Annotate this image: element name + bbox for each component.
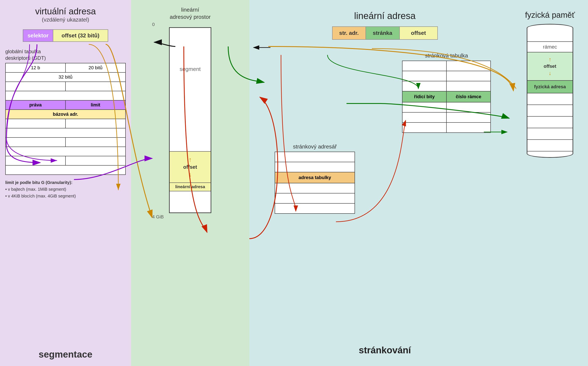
offset-box-right: offset: [400, 26, 438, 40]
strankovani-main: lineární adresa str. adr. stránka offset…: [254, 6, 516, 360]
offset-arrow-up: ↑: [189, 156, 192, 163]
linearni-adresa-label: lineární adresa: [175, 184, 205, 189]
offset-zone: ↑ offset ↓: [170, 151, 211, 183]
selektor-box: selektor: [23, 29, 53, 42]
str-adr-box: str. adr.: [332, 26, 366, 40]
gdt-table: 12 b 20 bitů 32 bitů práva limit bázov: [5, 63, 126, 175]
st-row-5: [402, 112, 491, 122]
strankovy-adresar-label: stránkový adresář: [275, 143, 355, 150]
panel-right: lineární adresa str. adr. stránka offset…: [249, 0, 588, 366]
st-row-1: [402, 61, 491, 71]
gdt-row-4: [6, 91, 125, 100]
fp-top-curve: [527, 24, 573, 30]
offset-arrow-down: ↓: [189, 171, 192, 178]
virtual-addr-row: selektor offset (32 bitů): [5, 29, 126, 42]
strankova-tabulka: stránková tabulka řídicí: [402, 52, 491, 133]
fyzicka-pamet-title: fyzická paměť: [525, 11, 575, 20]
fp-bottom-curve: [527, 152, 573, 158]
panel-fyzicka-pamet: fyzická paměť rámec ↑ offset ↓: [516, 6, 584, 360]
panel-middle: lineární adresový prostor 0 segment ↑ of…: [131, 0, 249, 366]
panel-segmentace: virtuální adresa (vzdálený ukazatel) sel…: [0, 0, 131, 366]
linear-space-box: segment ↑ offset ↓ lineární adresa: [169, 27, 211, 213]
linear-addr-bar: str. adr. stránka offset: [332, 26, 438, 40]
linearni-adresa-title: lineární adresa: [354, 11, 416, 21]
offset-box: offset (32 bitů): [53, 29, 108, 42]
sa-row-highlighted: adresa tabulky: [275, 172, 355, 183]
sa-row-4: [275, 193, 355, 203]
fp-fyzicka-adresa-zone: fyzická adresa: [527, 81, 573, 93]
fyzicka-pamet-box: rámec ↑ offset ↓ fyzická adresa: [527, 24, 573, 158]
fp-row-4: [527, 128, 573, 140]
sa-row-2: [275, 162, 355, 172]
fp-row-0: [527, 30, 573, 42]
gdt-label: globální tabulka deskriptorů (GDT): [5, 48, 126, 61]
notes: limit je podle bitu G (Granularity): • v…: [5, 179, 126, 199]
gdt-row-2: 32 bitů: [6, 72, 125, 82]
st-row-3: [402, 81, 491, 91]
gdt-row-1: 12 b 20 bitů: [6, 63, 125, 72]
strankovy-adresar: stránkový adresář adresa tabulky: [275, 143, 355, 214]
gdt-row-bazova: bázová adr.: [6, 110, 125, 119]
fp-ramec-label: rámec: [527, 42, 573, 52]
gdt-row-prava: práva limit: [6, 100, 125, 110]
segmentace-title: segmentace: [5, 345, 126, 360]
fp-fyzicka-adresa-label: fyzická adresa: [534, 84, 566, 89]
virtual-addr-title: virtuální adresa: [5, 6, 126, 16]
linear-addr-zone: lineární adresa: [170, 183, 211, 191]
gdt-row-8: [6, 147, 125, 156]
fp-row-3: [527, 117, 573, 128]
gdt-section: globální tabulka deskriptorů (GDT) 12 b …: [5, 48, 126, 175]
stranka-box: stránka: [366, 26, 400, 40]
strankovy-adresar-table: adresa tabulky: [275, 152, 355, 214]
linear-zero: 0: [152, 22, 155, 27]
strankovani-title: stránkování: [359, 345, 411, 355]
gdt-row-7: [6, 137, 125, 147]
fp-row-2: [527, 105, 573, 117]
virtual-addr-subtitle: (vzdálený ukazatel): [5, 16, 126, 23]
gdt-row-10: [6, 165, 125, 175]
segment-label: segment: [170, 66, 211, 72]
st-row-6: [402, 122, 491, 133]
gdt-row-3: [6, 82, 125, 91]
sa-row-3: [275, 183, 355, 193]
fp-row-5: [527, 140, 573, 152]
main-wrapper: virtuální adresa (vzdálený ukazatel) sel…: [0, 0, 588, 366]
fp-offset-label: offset: [544, 64, 556, 69]
linear-space-label: lineární adresový prostor: [170, 6, 211, 21]
fp-row-1: [527, 93, 573, 105]
linear-4gib: 4 GiB: [152, 214, 164, 220]
sa-row-5: [275, 203, 355, 214]
gdt-row-6: [6, 128, 125, 137]
sa-row-1: [275, 152, 355, 162]
gdt-row-9: [6, 156, 125, 165]
gdt-row-5: [6, 119, 125, 128]
offset-label-mid: offset: [183, 164, 197, 170]
st-row-2: [402, 71, 491, 81]
strankova-tabulka-label: stránková tabulka: [402, 52, 491, 59]
st-row-highlighted: řídicí bity číslo rámce: [402, 91, 491, 102]
strankova-tabulka-table: řídicí bity číslo rámce: [402, 61, 491, 133]
st-row-4: [402, 102, 491, 112]
fp-offset-zone: ↑ offset ↓: [527, 52, 573, 81]
